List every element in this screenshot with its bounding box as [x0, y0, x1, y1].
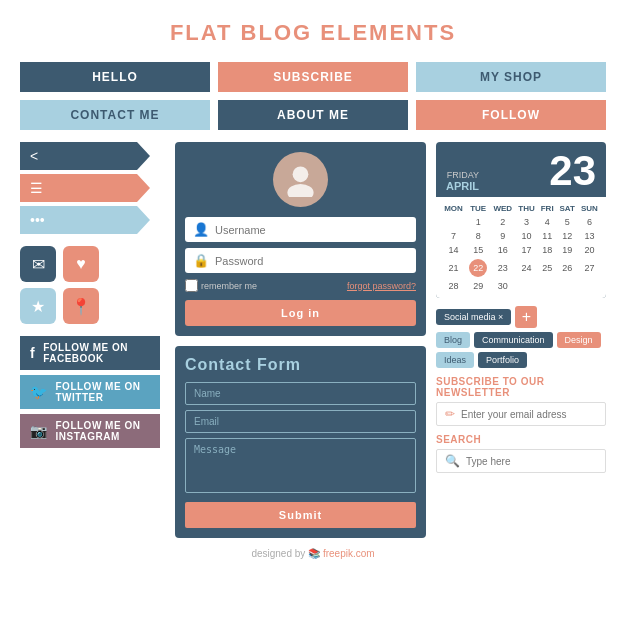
table-row: 21 22 23 24 25 26 27: [441, 257, 601, 279]
avatar: [273, 152, 328, 207]
username-input[interactable]: [215, 224, 408, 236]
left-column: < ☰ ••• ✉ ♥: [20, 142, 165, 538]
right-column: FRIDAY APRIL 23 MON TUE WED THU: [436, 142, 606, 538]
email-icon-box[interactable]: ✉: [20, 246, 56, 282]
active-tag[interactable]: Social media ×: [436, 309, 511, 325]
newsletter-input[interactable]: [461, 409, 597, 420]
star-icon-box[interactable]: ★: [20, 288, 56, 324]
ribbon-share[interactable]: <: [20, 142, 165, 170]
message-input[interactable]: [185, 438, 416, 493]
subscribe-button[interactable]: SUBSCRIBE: [218, 62, 408, 92]
password-input[interactable]: [215, 255, 408, 267]
page-title: FLAT BLOG ELEMENTS: [20, 20, 606, 46]
top-nav-row2: CONTACT ME ABOUT ME FOLLOW: [20, 100, 606, 130]
remember-row: remember me forgot password?: [185, 279, 416, 292]
follow-button[interactable]: FOLLOW: [416, 100, 606, 130]
tags-row: Blog Communication Design Ideas Portfoli…: [436, 332, 606, 368]
share-icon: <: [30, 148, 38, 164]
top-nav-row1: HELLO SUBSCRIBE MY SHOP: [20, 62, 606, 92]
calendar-date: 23: [549, 150, 596, 192]
search-input-row: 🔍: [436, 449, 606, 473]
facebook-button[interactable]: f FOLLOW ME ON FACEBOOK: [20, 336, 160, 370]
newsletter-title: SUBSCRIBE TO OUR NEWSLETTER: [436, 376, 606, 398]
newsletter-input-row: ✏: [436, 402, 606, 426]
email-icon: ✉: [32, 255, 45, 274]
contact-form-title: Contact Form: [185, 356, 416, 374]
footer: designed by 📚 freepik.com: [20, 548, 606, 559]
search-icon: 🔍: [445, 454, 460, 468]
content-area: < ☰ ••• ✉ ♥: [20, 142, 606, 538]
ribbon-menu[interactable]: ☰: [20, 174, 165, 202]
heart-icon-box[interactable]: ♥: [63, 246, 99, 282]
table-row: 14 15 16 17 18 19 20: [441, 243, 601, 257]
calendar-header: FRIDAY APRIL 23: [436, 142, 606, 197]
twitter-icon: 🐦: [30, 384, 48, 400]
search-title: SEARCH: [436, 434, 606, 445]
remember-checkbox[interactable]: [185, 279, 198, 292]
login-card: 👤 🔒 remember me forgot password? Log in: [175, 142, 426, 336]
menu-icon: ☰: [30, 180, 43, 196]
avatar-svg: [283, 162, 318, 197]
facebook-icon: f: [30, 345, 35, 361]
heart-icon: ♥: [76, 255, 86, 273]
instagram-button[interactable]: 📷 FOLLOW ME ON INSTAGRAM: [20, 414, 160, 448]
calendar-today: 22: [469, 259, 487, 277]
myshop-button[interactable]: MY SHOP: [416, 62, 606, 92]
forgot-password-link[interactable]: forgot password?: [347, 281, 416, 291]
tag-communication[interactable]: Communication: [474, 332, 553, 348]
star-icon: ★: [31, 297, 45, 316]
submit-button[interactable]: Submit: [185, 502, 416, 528]
dots-icon: •••: [30, 212, 45, 228]
location-icon-box[interactable]: 📍: [63, 288, 99, 324]
user-icon: 👤: [193, 222, 209, 237]
calendar-card: FRIDAY APRIL 23 MON TUE WED THU: [436, 142, 606, 298]
pencil-icon: ✏: [445, 407, 455, 421]
contact-me-button[interactable]: CONTACT ME: [20, 100, 210, 130]
add-tag-button[interactable]: +: [515, 306, 537, 328]
tags-header: Social media × +: [436, 306, 606, 328]
footer-text: freepik.com: [323, 548, 375, 559]
table-row: 28 29 30: [441, 279, 601, 293]
password-input-row: 🔒: [185, 248, 416, 273]
tag-design[interactable]: Design: [557, 332, 601, 348]
location-icon: 📍: [71, 297, 91, 316]
tag-portfolio[interactable]: Portfolio: [478, 352, 527, 368]
name-input[interactable]: [185, 382, 416, 405]
calendar-month-info: FRIDAY APRIL: [446, 170, 479, 192]
icon-grid: ✉ ♥ ★ 📍: [20, 246, 100, 324]
table-row: 1 2 3 4 5 6: [441, 215, 601, 229]
tag-ideas[interactable]: Ideas: [436, 352, 474, 368]
search-input[interactable]: [466, 456, 597, 467]
login-button[interactable]: Log in: [185, 300, 416, 326]
remember-label: remember me: [185, 279, 257, 292]
username-input-row: 👤: [185, 217, 416, 242]
contact-form-card: Contact Form Submit: [175, 346, 426, 538]
tag-blog[interactable]: Blog: [436, 332, 470, 348]
about-me-button[interactable]: ABOUT ME: [218, 100, 408, 130]
instagram-icon: 📷: [30, 423, 48, 439]
facebook-label: FOLLOW ME ON FACEBOOK: [43, 342, 150, 364]
lock-icon: 🔒: [193, 253, 209, 268]
twitter-button[interactable]: 🐦 FOLLOW ME ON TWITTER: [20, 375, 160, 409]
email-input[interactable]: [185, 410, 416, 433]
hello-button[interactable]: HELLO: [20, 62, 210, 92]
ribbon-dots[interactable]: •••: [20, 206, 165, 234]
calendar-day: FRIDAY: [446, 170, 479, 180]
calendar-month: APRIL: [446, 180, 479, 192]
svg-point-1: [287, 184, 313, 197]
svg-point-0: [293, 166, 309, 182]
calendar-grid: MON TUE WED THU FRI SAT SUN: [436, 197, 606, 298]
instagram-label: FOLLOW ME ON INSTAGRAM: [56, 420, 151, 442]
twitter-label: FOLLOW ME ON TWITTER: [56, 381, 151, 403]
table-row: 7 8 9 10 11 12 13: [441, 229, 601, 243]
middle-column: 👤 🔒 remember me forgot password? Log in: [175, 142, 426, 538]
